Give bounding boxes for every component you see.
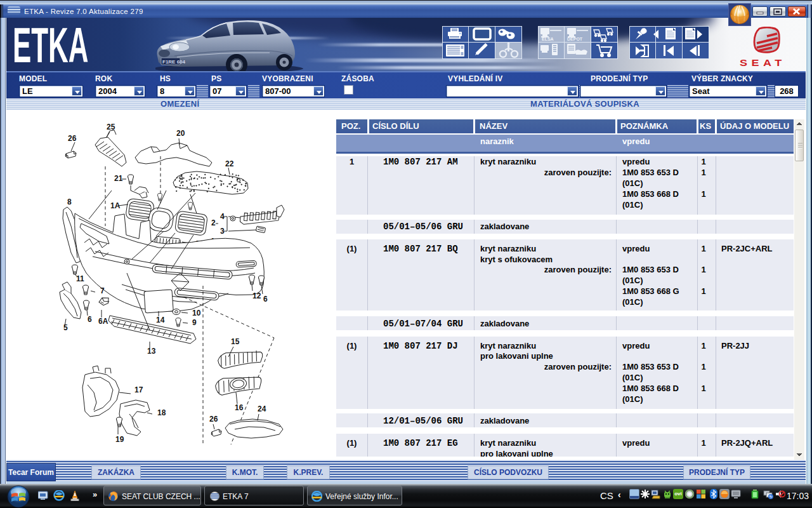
- svg-text:24: 24: [258, 404, 266, 413]
- svg-text:DEPOT: DEPOT: [567, 37, 583, 41]
- svg-text:10: 10: [192, 309, 201, 318]
- svg-text:21: 21: [114, 174, 123, 183]
- svg-text:F1RE 604: F1RE 604: [162, 59, 186, 65]
- svg-text:8: 8: [67, 197, 72, 206]
- svg-text:26: 26: [68, 134, 77, 143]
- svg-text:17: 17: [134, 385, 143, 394]
- svg-text:19: 19: [115, 435, 124, 444]
- svg-text:16: 16: [235, 403, 244, 412]
- svg-text:25: 25: [107, 123, 115, 131]
- svg-text:6: 6: [263, 295, 268, 304]
- svg-text:ELSA: ELSA: [542, 37, 554, 41]
- svg-text:14: 14: [156, 316, 165, 324]
- svg-text:5: 5: [63, 323, 68, 332]
- svg-text:18: 18: [157, 408, 166, 417]
- svg-text:6: 6: [88, 315, 92, 324]
- svg-text:7: 7: [100, 286, 105, 295]
- svg-text:»: »: [93, 490, 97, 499]
- svg-text:20: 20: [176, 129, 185, 138]
- svg-text:13: 13: [147, 347, 156, 356]
- svg-text:2: 2: [211, 218, 216, 227]
- svg-text:9: 9: [192, 318, 197, 327]
- svg-text:6A: 6A: [98, 317, 108, 326]
- svg-text:22: 22: [225, 159, 234, 168]
- svg-text:26: 26: [209, 415, 218, 424]
- svg-text:11: 11: [76, 274, 84, 283]
- svg-text:15: 15: [231, 337, 240, 346]
- svg-text:SEAT: SEAT: [740, 57, 786, 67]
- svg-text:12: 12: [252, 291, 261, 300]
